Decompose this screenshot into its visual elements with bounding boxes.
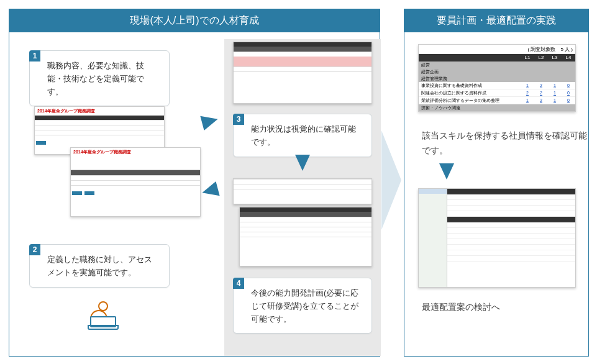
row-val[interactable]: 1 xyxy=(521,82,534,89)
bubble-2-text: 定義した職務に対し、アセスメントを実施可能です。 xyxy=(47,255,152,277)
right-panel: 要員計画・最適配置の実践 ( 調査対象数 5 人 ) L1 L2 L3 L4 経… xyxy=(404,9,589,357)
bubble-4-number: 4 xyxy=(233,278,244,289)
right-text-1: 該当スキルを保持する社員情報を確認可能です。 xyxy=(422,129,588,158)
arrow-left-1 xyxy=(200,181,219,200)
thumb-plan-a xyxy=(233,178,372,204)
arrow-down-2 xyxy=(439,163,454,180)
row-val[interactable]: 1 xyxy=(548,82,562,89)
row-val[interactable]: 2 xyxy=(534,89,548,96)
thumb-employee-list xyxy=(418,188,576,288)
bubble-1-number: 1 xyxy=(29,50,40,61)
thumb-definition-2: 2014年度全グループ職務調査 xyxy=(70,147,201,217)
sub-row-3: 技術・ノウハウ関連 xyxy=(419,104,575,111)
col-L1: L1 xyxy=(521,54,534,61)
bubble-4-text: 今後の能力開発計画(必要に応じて研修受講)を立てることが可能です。 xyxy=(251,288,358,324)
col-L2: L2 xyxy=(534,54,548,61)
row-label: 関連会社の設立に関する資料作成 xyxy=(419,89,521,96)
right-panel-header: 要員計画・最適配置の実践 xyxy=(404,9,588,32)
thumb-status xyxy=(233,42,372,104)
row-val[interactable]: 0 xyxy=(562,82,575,89)
row-val[interactable]: 0 xyxy=(562,89,575,96)
bubble-3-text: 能力状況は視覚的に確認可能です。 xyxy=(251,124,356,147)
bubble-2: 2 定義した職務に対し、アセスメントを実施可能です。 xyxy=(29,244,170,288)
table-row: 事業投資に関する基礎資料作成 1 2 1 0 xyxy=(419,82,575,89)
row-val[interactable]: 2 xyxy=(521,89,534,96)
right-text-2: 最適配置案の検討へ xyxy=(422,300,500,315)
arrow-right-1 xyxy=(200,112,219,130)
col-L3: L3 xyxy=(548,54,562,61)
row-val[interactable]: 1 xyxy=(521,97,534,104)
sub-row-1: 経営企画 xyxy=(419,68,575,75)
row-label: 業績評価分析に関するデータの集め整理 xyxy=(419,97,521,104)
bubble-3-number: 3 xyxy=(233,114,244,125)
bubble-1-text: 職務内容、必要な知識、技能・技術などを定義可能です。 xyxy=(47,61,144,96)
row-label: 事業投資に関する基礎資料作成 xyxy=(419,82,521,89)
thumb-plan-b xyxy=(239,207,372,266)
row-val[interactable]: 2 xyxy=(534,82,548,89)
thumb-title-2: 2014年度全グループ職務調査 xyxy=(71,148,200,157)
bubble-2-number: 2 xyxy=(29,244,40,255)
row-val[interactable]: 1 xyxy=(548,97,562,104)
big-arrow-right xyxy=(381,130,401,230)
table-row: 業績評価分析に関するデータの集め整理 1 2 1 0 xyxy=(419,97,575,104)
bubble-4: 4 今後の能力開発計画(必要に応じて研修受講)を立てることが可能です。 xyxy=(233,278,372,334)
cat-row-1: 経営 xyxy=(419,61,575,68)
sub-row-2: 経営管理業務 xyxy=(419,75,575,82)
arrow-down-1 xyxy=(295,155,310,171)
row-val[interactable]: 0 xyxy=(562,97,575,104)
row-val[interactable]: 2 xyxy=(534,97,548,104)
row-val[interactable]: 1 xyxy=(548,89,562,96)
person-laptop-icon xyxy=(90,301,116,327)
thumb-title-1: 2014年度全グループ職務調査 xyxy=(35,107,164,116)
skill-table-note: ( 調査対象数 5 人 ) xyxy=(419,45,575,54)
thumb-skill-table: ( 調査対象数 5 人 ) L1 L2 L3 L4 経営 経営企画 経営管理業務… xyxy=(418,44,576,112)
left-panel-header: 現場(本人/上司)での人材育成 xyxy=(9,9,380,32)
table-row: 関連会社の設立に関する資料作成 2 2 1 0 xyxy=(419,89,575,97)
bubble-1: 1 職務内容、必要な知識、技能・技術などを定義可能です。 xyxy=(29,50,170,106)
bubble-3: 3 能力状況は視覚的に確認可能です。 xyxy=(233,114,372,157)
col-L4: L4 xyxy=(562,54,575,61)
left-panel: 現場(本人/上司)での人材育成 1 職務内容、必要な知識、技能・技術などを定義可… xyxy=(9,9,380,357)
